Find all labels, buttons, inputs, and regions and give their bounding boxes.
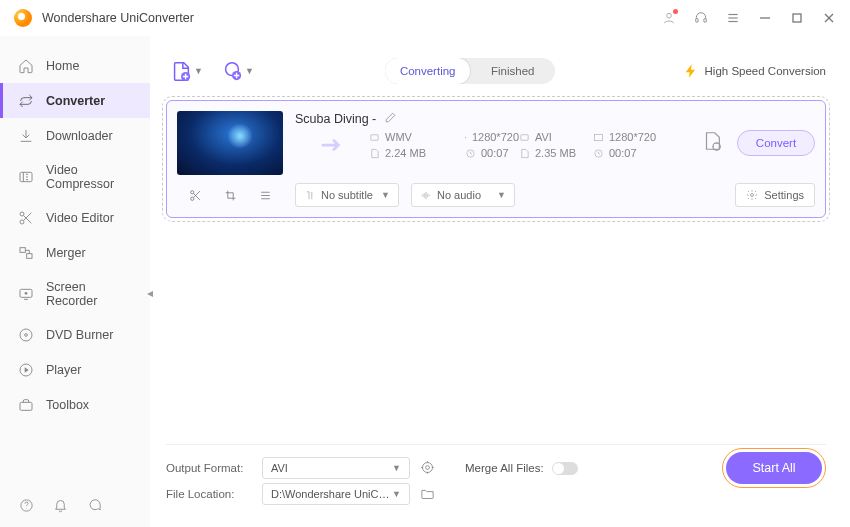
chevron-down-icon: ▼ <box>194 66 203 76</box>
audio-select[interactable]: No audio▼ <box>411 183 515 207</box>
sidebar-item-downloader[interactable]: Downloader <box>0 118 150 153</box>
sidebar-item-toolbox[interactable]: Toolbox <box>0 387 150 422</box>
play-icon <box>18 362 34 378</box>
svg-point-22 <box>26 508 27 509</box>
main-panel: ▼ ▼ Converting Finished High Speed Conve… <box>150 42 842 519</box>
converter-icon <box>18 93 34 109</box>
sidebar-item-label: Downloader <box>46 129 113 143</box>
file-card: Scuba Diving - WMV 1280*720 AVI 1280*720… <box>166 100 826 218</box>
sidebar-item-label: Video Compressor <box>46 163 132 191</box>
sidebar-item-label: DVD Burner <box>46 328 113 342</box>
svg-point-33 <box>190 190 193 193</box>
svg-rect-28 <box>521 134 528 140</box>
crop-icon[interactable] <box>224 189 237 202</box>
edit-title-icon[interactable] <box>384 111 397 127</box>
headset-icon[interactable] <box>694 11 708 25</box>
sidebar-item-label: Merger <box>46 246 86 260</box>
svg-point-39 <box>423 462 433 472</box>
src-duration: 00:07 <box>465 147 519 159</box>
compressor-icon <box>18 169 34 185</box>
effects-icon[interactable] <box>259 189 272 202</box>
high-speed-conversion-toggle[interactable]: High Speed Conversion <box>683 63 826 79</box>
output-format-label: Output Format: <box>166 462 252 474</box>
svg-point-12 <box>20 220 24 224</box>
dst-resolution: 1280*720 <box>593 131 689 143</box>
tab-converting[interactable]: Converting <box>385 58 470 84</box>
add-folder-button[interactable]: ▼ <box>217 56 258 86</box>
file-title: Scuba Diving - <box>295 112 376 126</box>
maximize-icon[interactable] <box>790 11 804 25</box>
svg-rect-20 <box>20 402 32 410</box>
output-settings-icon[interactable] <box>701 130 723 156</box>
footer: Output Format: AVI▼ Merge All Files: Sta… <box>166 444 826 519</box>
close-icon[interactable] <box>822 11 836 25</box>
src-format: WMV <box>369 131 465 143</box>
app-logo <box>14 9 32 27</box>
sidebar-item-converter[interactable]: Converter <box>0 83 150 118</box>
titlebar: Wondershare UniConverter <box>0 0 850 36</box>
sidebar-item-recorder[interactable]: Screen Recorder <box>0 270 150 317</box>
account-icon[interactable] <box>662 11 676 25</box>
svg-rect-1 <box>696 19 698 22</box>
merge-toggle[interactable] <box>552 462 578 475</box>
svg-point-18 <box>25 333 28 336</box>
help-icon[interactable] <box>18 497 34 513</box>
tabs: Converting Finished <box>385 58 555 84</box>
subtitle-select[interactable]: No subtitle▼ <box>295 183 399 207</box>
sidebar-item-merger[interactable]: Merger <box>0 235 150 270</box>
start-all-button[interactable]: Start All <box>726 452 822 484</box>
svg-rect-2 <box>704 19 706 22</box>
sidebar-item-label: Converter <box>46 94 105 108</box>
sidebar-item-label: Home <box>46 59 79 73</box>
svg-rect-14 <box>27 253 32 258</box>
svg-point-34 <box>190 197 193 200</box>
sidebar-item-label: Toolbox <box>46 398 89 412</box>
video-thumbnail[interactable] <box>177 111 283 175</box>
hsc-label: High Speed Conversion <box>705 65 826 77</box>
output-format-select[interactable]: AVI▼ <box>262 457 410 479</box>
target-icon[interactable] <box>420 460 435 477</box>
dvd-icon <box>18 327 34 343</box>
sidebar: Home Converter Downloader Video Compress… <box>0 36 150 527</box>
open-folder-icon[interactable] <box>420 486 435 503</box>
settings-button[interactable]: Settings <box>735 183 815 207</box>
dst-duration: 00:07 <box>593 147 689 159</box>
dst-size: 2.35 MB <box>519 147 593 159</box>
svg-rect-26 <box>371 134 378 140</box>
minimize-icon[interactable] <box>758 11 772 25</box>
svg-point-16 <box>25 292 28 295</box>
sidebar-item-home[interactable]: Home <box>0 48 150 83</box>
file-location-label: File Location: <box>166 488 252 500</box>
sidebar-item-dvd[interactable]: DVD Burner <box>0 317 150 352</box>
collapse-sidebar-icon[interactable]: ◂ <box>144 281 156 305</box>
recorder-icon <box>18 286 34 302</box>
bell-icon[interactable] <box>52 497 68 513</box>
sidebar-item-label: Video Editor <box>46 211 114 225</box>
sidebar-item-label: Screen Recorder <box>46 280 132 308</box>
hamburger-icon[interactable] <box>726 11 740 25</box>
merger-icon <box>18 245 34 261</box>
feedback-icon[interactable] <box>86 497 102 513</box>
chevron-down-icon: ▼ <box>245 66 254 76</box>
sidebar-item-player[interactable]: Player <box>0 352 150 387</box>
tab-finished[interactable]: Finished <box>470 58 555 84</box>
app-title: Wondershare UniConverter <box>42 11 194 25</box>
home-icon <box>18 58 34 74</box>
sidebar-item-compressor[interactable]: Video Compressor <box>0 153 150 200</box>
file-location-select[interactable]: D:\Wondershare UniConvert▼ <box>262 483 410 505</box>
svg-point-17 <box>20 329 32 341</box>
toolbox-icon <box>18 397 34 413</box>
add-file-button[interactable]: ▼ <box>166 56 207 86</box>
svg-rect-7 <box>793 14 801 22</box>
trim-icon[interactable] <box>189 189 202 202</box>
svg-rect-13 <box>20 247 25 252</box>
svg-point-0 <box>667 13 672 18</box>
svg-point-11 <box>20 212 24 216</box>
svg-rect-27 <box>465 136 466 137</box>
src-resolution: 1280*720 <box>465 131 519 143</box>
sidebar-item-editor[interactable]: Video Editor <box>0 200 150 235</box>
start-all-highlight: Start All <box>722 448 826 488</box>
arrow-right-icon <box>295 137 369 153</box>
convert-button[interactable]: Convert <box>737 130 815 156</box>
download-icon <box>18 128 34 144</box>
